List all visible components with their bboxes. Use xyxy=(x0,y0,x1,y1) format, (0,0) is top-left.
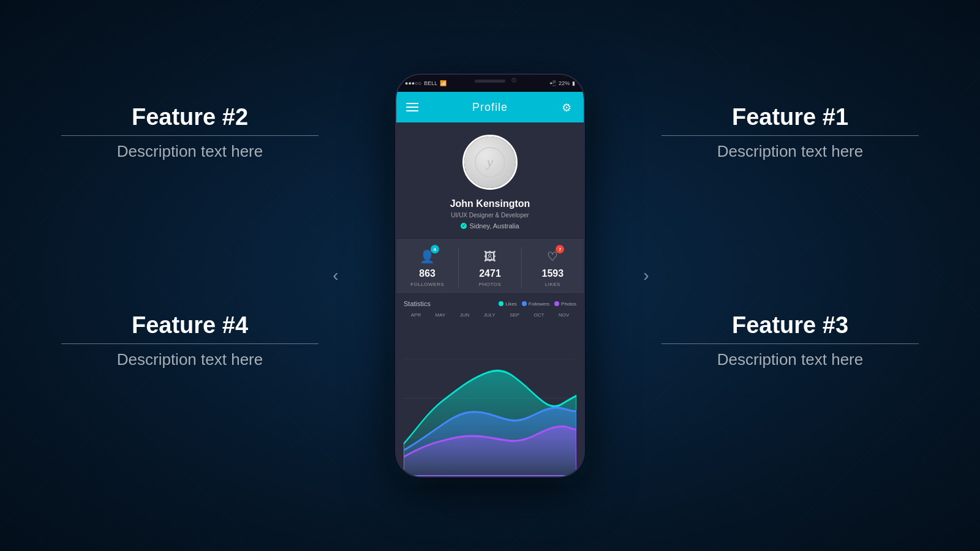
right-nav-arrow[interactable]: › xyxy=(635,264,657,287)
feature1-block: Feature #1 Description text here xyxy=(662,104,919,161)
hamburger-line2 xyxy=(406,107,418,108)
hamburger-line1 xyxy=(406,103,418,104)
legend-photos-dot xyxy=(554,301,559,306)
wifi-icon: 📶 xyxy=(440,80,447,86)
chart-area xyxy=(404,320,576,476)
avatar-placeholder: y xyxy=(464,137,516,188)
phone-speaker xyxy=(475,80,505,83)
feature4-divider xyxy=(61,343,318,344)
battery-level: 22% xyxy=(559,80,570,86)
app-header: Profile ⚙ xyxy=(396,92,584,122)
hamburger-line3 xyxy=(406,110,418,111)
legend-likes-dot xyxy=(499,301,503,306)
avatar-watermark: y xyxy=(475,147,505,178)
month-july: JULY xyxy=(484,312,496,318)
stats-section: 👤 4 863 FOLLOWERS 🖼 2471 PHOTOS xyxy=(396,239,584,293)
feature2-divider xyxy=(61,135,318,136)
chart-title: Statistics xyxy=(404,300,431,307)
followers-badge: 4 xyxy=(431,245,439,253)
chart-section: Statistics Likes Followers Photos xyxy=(396,293,584,476)
chart-months: APR MAY JUN JULY SEP OCT NOV xyxy=(404,312,576,318)
phone-camera xyxy=(511,78,516,83)
photos-icon-wrap: 🖼 xyxy=(481,247,499,266)
legend-followers-label: Followers xyxy=(529,301,549,307)
month-oct: OCT xyxy=(534,312,545,318)
month-may: MAY xyxy=(435,312,446,318)
legend-followers: Followers xyxy=(522,301,549,307)
month-nov: NOV xyxy=(559,312,569,318)
profile-location: Sidney, Australia xyxy=(461,222,519,230)
photos-icon: 🖼 xyxy=(484,250,496,264)
left-nav-arrow[interactable]: ‹ xyxy=(325,264,347,287)
carrier-name: BELL xyxy=(424,80,437,86)
feature4-block: Feature #4 Description text here xyxy=(61,312,318,369)
likes-icon-wrap: ♡ 7 xyxy=(543,247,562,266)
app-screen: Profile ⚙ y John xyxy=(396,92,584,476)
legend-photos-label: Photos xyxy=(561,301,576,307)
stat-photos[interactable]: 🖼 2471 PHOTOS xyxy=(458,247,521,287)
settings-icon[interactable]: ⚙ xyxy=(562,101,574,113)
hamburger-menu[interactable] xyxy=(406,103,418,111)
feature2-description: Description text here xyxy=(61,142,318,161)
location-verified-icon xyxy=(461,223,467,229)
stat-followers[interactable]: 👤 4 863 FOLLOWERS xyxy=(396,247,458,287)
month-sep: SEP xyxy=(510,312,519,318)
signal-dots: ●●●○○ xyxy=(405,80,421,86)
followers-label: FOLLOWERS xyxy=(410,282,444,287)
feature1-description: Description text here xyxy=(662,142,919,161)
followers-count: 863 xyxy=(419,268,435,279)
feature3-divider xyxy=(662,343,919,344)
legend-photos: Photos xyxy=(554,301,576,307)
svg-text:y: y xyxy=(486,154,493,170)
feature1-divider xyxy=(662,135,919,136)
avatar-wrapper: y xyxy=(462,135,518,190)
legend-likes-label: Likes xyxy=(505,301,517,307)
stat-likes[interactable]: ♡ 7 1593 LIKES xyxy=(521,247,584,287)
profile-name: John Kensington xyxy=(450,198,530,209)
photos-count: 2471 xyxy=(479,268,501,279)
status-bar: ●●●○○ BELL 📶 📲 22% ▮ xyxy=(396,75,584,92)
feature3-description: Description text here xyxy=(662,350,919,369)
phone-body: ●●●○○ BELL 📶 📲 22% ▮ Profile ⚙ xyxy=(395,73,585,478)
bluetooth-icon: 📲 xyxy=(549,80,556,86)
profile-job-title: UI/UX Designer & Developer xyxy=(451,212,529,219)
chart-svg xyxy=(404,320,576,476)
avatar: y xyxy=(462,135,518,190)
feature1-title: Feature #1 xyxy=(662,104,919,130)
location-text: Sidney, Australia xyxy=(469,222,519,230)
likes-label: LIKES xyxy=(545,282,560,287)
likes-count: 1593 xyxy=(542,268,564,279)
legend-followers-dot xyxy=(522,301,527,306)
phone-mockup: ●●●○○ BELL 📶 📲 22% ▮ Profile ⚙ xyxy=(395,73,585,478)
profile-section: y John Kensington UI/UX Designer & Devel… xyxy=(396,122,584,239)
month-jun: JUN xyxy=(460,312,470,318)
photos-label: PHOTOS xyxy=(479,282,502,287)
status-right: 📲 22% ▮ xyxy=(549,80,575,86)
month-apr: APR xyxy=(411,312,421,318)
feature2-title: Feature #2 xyxy=(61,104,318,130)
app-title: Profile xyxy=(472,101,508,114)
feature4-description: Description text here xyxy=(61,350,318,369)
legend-likes: Likes xyxy=(499,301,517,307)
followers-icon-wrap: 👤 4 xyxy=(418,247,437,266)
feature4-title: Feature #4 xyxy=(61,312,318,339)
feature3-block: Feature #3 Description text here xyxy=(662,312,919,369)
chart-header: Statistics Likes Followers Photos xyxy=(404,300,576,307)
likes-badge: 7 xyxy=(556,245,564,253)
status-left: ●●●○○ BELL 📶 xyxy=(405,80,447,86)
feature2-block: Feature #2 Description text here xyxy=(61,104,318,161)
chart-legend: Likes Followers Photos xyxy=(499,301,576,307)
battery-icon: ▮ xyxy=(572,80,575,86)
feature3-title: Feature #3 xyxy=(662,312,919,339)
